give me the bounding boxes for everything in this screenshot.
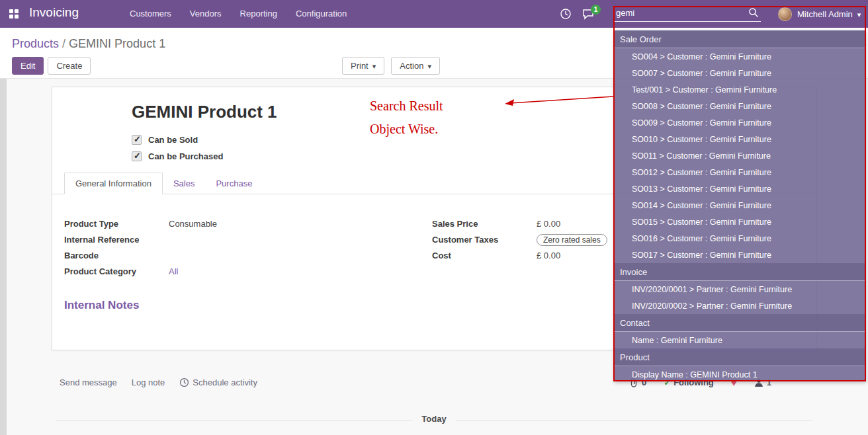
search-input[interactable] bbox=[615, 5, 744, 20]
field-product-category: Product Category All bbox=[64, 265, 349, 278]
tab-general-information[interactable]: General Information bbox=[64, 173, 163, 194]
clock-icon bbox=[179, 377, 189, 387]
caret-down-icon bbox=[372, 61, 376, 71]
result-group-sale-order: Sale Order bbox=[615, 30, 866, 48]
field-value: £ 0.00 bbox=[537, 219, 560, 229]
caret-down-icon bbox=[857, 9, 861, 19]
annotation-arrow bbox=[499, 93, 615, 109]
create-button[interactable]: Create bbox=[48, 57, 91, 75]
result-group-product: Product bbox=[615, 348, 866, 366]
send-message-link[interactable]: Send message bbox=[60, 377, 117, 387]
tab-purchase[interactable]: Purchase bbox=[205, 173, 263, 194]
menu-configuration[interactable]: Configuration bbox=[286, 0, 356, 28]
breadcrumb-current: GEMINI Product 1 bbox=[69, 37, 165, 50]
can-be-purchased-row: Can be Purchased bbox=[132, 151, 223, 161]
action-label: Action bbox=[400, 61, 423, 71]
result-group-contact: Contact bbox=[615, 314, 866, 332]
topbar: Invoicing Customers Vendors Reporting Co… bbox=[0, 0, 868, 28]
search-result-item[interactable]: SO004 > Customer : Gemini Furniture bbox=[615, 48, 866, 65]
tab-sales[interactable]: Sales bbox=[163, 173, 206, 194]
annotation-line1: Search Result bbox=[370, 99, 443, 114]
search-icon[interactable] bbox=[748, 7, 759, 18]
search-result-item[interactable]: SO014 > Customer : Gemini Furniture bbox=[615, 197, 866, 214]
action-dropdown-button[interactable]: Action bbox=[391, 57, 440, 75]
search-result-item[interactable]: SO017 > Customer : Gemini Furniture bbox=[615, 247, 866, 263]
edit-button[interactable]: Edit bbox=[12, 57, 44, 75]
activities-clock-icon[interactable] bbox=[560, 8, 572, 20]
search-result-item[interactable]: INV/2020/0002 > Partner : Gemini Furnitu… bbox=[615, 297, 866, 314]
search-result-item[interactable]: Test/001 > Customer : Gemini Furniture bbox=[615, 81, 866, 98]
search-result-item[interactable]: SO007 > Customer : Gemini Furniture bbox=[615, 65, 866, 81]
breadcrumb-products-link[interactable]: Products bbox=[12, 37, 59, 50]
search-result-item[interactable]: SO009 > Customer : Gemini Furniture bbox=[615, 114, 866, 131]
date-divider-label: Today bbox=[412, 414, 455, 424]
field-value: £ 0.00 bbox=[537, 251, 560, 260]
field-label: Product Type bbox=[64, 219, 169, 229]
main-menu: Customers Vendors Reporting Configuratio… bbox=[120, 0, 356, 28]
can-be-purchased-label: Can be Purchased bbox=[148, 151, 223, 161]
internal-notes-heading: Internal Notes bbox=[64, 299, 139, 312]
result-group-invoice: Invoice bbox=[615, 263, 866, 281]
menu-customers[interactable]: Customers bbox=[120, 0, 181, 28]
field-internal-reference: Internal Reference bbox=[64, 233, 349, 246]
log-note-link[interactable]: Log note bbox=[132, 377, 165, 387]
customer-tax-badge: Zero rated sales bbox=[537, 234, 607, 246]
search-result-item[interactable]: SO008 > Customer : Gemini Furniture bbox=[615, 98, 866, 114]
product-category-link[interactable]: All bbox=[169, 266, 178, 276]
menu-reporting[interactable]: Reporting bbox=[231, 0, 286, 28]
menu-vendors[interactable]: Vendors bbox=[181, 0, 231, 28]
breadcrumb-separator: / bbox=[62, 37, 65, 50]
chatter-actions: Send message Log note Schedule activity bbox=[60, 377, 272, 387]
field-label: Barcode bbox=[64, 251, 169, 260]
breadcrumb: Products / GEMINI Product 1 bbox=[12, 37, 165, 51]
field-label: Sales Price bbox=[432, 219, 537, 229]
search-result-item[interactable]: SO012 > Customer : Gemini Furniture bbox=[615, 164, 866, 180]
search-result-item[interactable]: Name : Gemini Furniture bbox=[615, 332, 866, 348]
schedule-activity-link[interactable]: Schedule activity bbox=[179, 377, 257, 387]
can-be-sold-row: Can be Sold bbox=[132, 135, 198, 145]
search-result-item[interactable]: SO015 > Customer : Gemini Furniture bbox=[615, 214, 866, 230]
can-be-purchased-checkbox[interactable] bbox=[132, 151, 142, 161]
app-title[interactable]: Invoicing bbox=[29, 5, 79, 20]
can-be-sold-label: Can be Sold bbox=[148, 135, 198, 145]
product-title: GEMINI Product 1 bbox=[132, 102, 277, 122]
search-result-item[interactable]: SO016 > Customer : Gemini Furniture bbox=[615, 230, 866, 247]
field-product-type: Product Type Consumable bbox=[64, 218, 349, 230]
field-label: Internal Reference bbox=[64, 235, 169, 245]
field-label: Product Category bbox=[64, 266, 169, 276]
left-field-column: Product Type Consumable Internal Referen… bbox=[64, 218, 349, 281]
search-result-item[interactable]: SO010 > Customer : Gemini Furniture bbox=[615, 131, 866, 147]
annotation-line2: Object Wise. bbox=[370, 122, 438, 137]
search-result-item[interactable]: SO013 > Customer : Gemini Furniture bbox=[615, 180, 866, 197]
search-result-item[interactable]: SO011 > Customer : Gemini Furniture bbox=[615, 147, 866, 164]
print-label: Print bbox=[351, 61, 369, 71]
search-results-dropdown: Sale Order SO004 > Customer : Gemini Fur… bbox=[615, 30, 866, 381]
messages-count-badge: 1 bbox=[591, 5, 601, 15]
field-label: Cost bbox=[432, 251, 537, 260]
global-search-box[interactable] bbox=[615, 5, 761, 22]
user-menu[interactable]: Mitchell Admin bbox=[778, 0, 861, 28]
date-divider: Today bbox=[56, 414, 812, 424]
search-result-item[interactable]: Display Name : GEMINI Product 1 bbox=[615, 366, 866, 381]
schedule-activity-label: Schedule activity bbox=[193, 377, 257, 387]
field-value: Consumable bbox=[169, 219, 217, 229]
user-name: Mitchell Admin bbox=[797, 9, 853, 19]
user-avatar bbox=[778, 7, 792, 21]
search-result-item[interactable]: INV/2020/0001 > Partner : Gemini Furnitu… bbox=[615, 281, 866, 297]
apps-grid-icon[interactable] bbox=[9, 9, 19, 19]
left-scroll-gutter bbox=[0, 79, 7, 435]
field-barcode: Barcode bbox=[64, 249, 349, 262]
can-be-sold-checkbox[interactable] bbox=[132, 135, 142, 145]
caret-down-icon bbox=[427, 61, 431, 71]
print-dropdown-button[interactable]: Print bbox=[342, 57, 384, 75]
field-label: Customer Taxes bbox=[432, 235, 537, 245]
